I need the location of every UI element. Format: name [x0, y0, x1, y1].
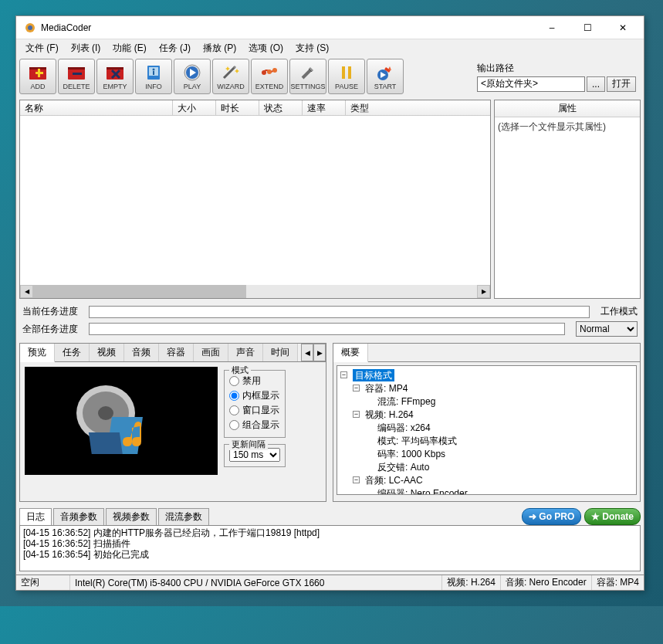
delete-button[interactable]: DELETE [58, 59, 95, 94]
status-hw: Intel(R) Core(TM) i5-8400 CPU / NVIDIA G… [70, 575, 442, 590]
work-mode-select[interactable]: Normal [576, 321, 638, 337]
open-button[interactable]: 打开 [607, 76, 636, 92]
window-title: MediaCoder [41, 22, 534, 33]
add-icon [28, 64, 48, 81]
tree-item[interactable]: 视频: H.264 [365, 409, 414, 420]
tab-task[interactable]: 任务 [55, 344, 90, 361]
tab-container[interactable]: 容器 [159, 344, 194, 361]
tree-item[interactable]: 编码器: Nero Encoder [377, 488, 468, 495]
pause-button[interactable]: PAUSE [328, 59, 365, 94]
file-list[interactable]: 名称 大小 时长 状态 速率 类型 ◀ ▶ [19, 100, 491, 299]
log-line: [04-15 16:36:54] 初始化已完成 [23, 549, 637, 560]
minimize-button[interactable]: – [534, 16, 570, 39]
scroll-thumb[interactable] [33, 285, 246, 298]
tree-collapse-icon[interactable]: − [353, 411, 360, 418]
play-button[interactable]: PLAY [174, 59, 211, 94]
tree-item[interactable]: 编码器: x264 [377, 422, 431, 433]
tree-collapse-icon[interactable]: − [340, 371, 347, 378]
tree-root[interactable]: 目标格式 [353, 369, 394, 381]
status-state: 空闲 [16, 575, 70, 590]
tree-item[interactable]: 音频: LC-AAC [365, 475, 423, 486]
work-mode-label: 工作模式 [600, 305, 638, 318]
tab-time[interactable]: 时间 [263, 344, 298, 361]
add-button[interactable]: ADD [19, 59, 56, 94]
tree-item[interactable]: 模式: 平均码率模式 [377, 436, 457, 446]
tab-audio-params[interactable]: 音频参数 [53, 508, 104, 525]
svg-point-13 [153, 69, 155, 71]
tree-collapse-icon[interactable]: − [353, 385, 360, 391]
tab-video-params[interactable]: 视频参数 [106, 508, 157, 525]
tab-sound[interactable]: 声音 [228, 344, 263, 361]
arrow-icon: ➜ [529, 511, 536, 522]
maximize-button[interactable]: ☐ [570, 16, 605, 39]
media-logo-icon [67, 378, 175, 463]
output-path-input[interactable] [477, 76, 585, 92]
output-path-label: 输出路径 [477, 62, 636, 75]
menu-task[interactable]: 任务 (J) [153, 40, 197, 56]
app-icon [24, 22, 36, 34]
menu-support[interactable]: 支持 (S) [289, 40, 335, 56]
col-rate[interactable]: 速率 [303, 100, 346, 115]
preview-image [25, 367, 218, 475]
close-button[interactable]: ✕ [605, 16, 641, 39]
empty-icon [105, 64, 125, 81]
svg-rect-21 [348, 66, 351, 79]
toolbar: ADD DELETE EMPTY INFO PLAY WIZARD EXTEND… [16, 56, 644, 97]
tab-next-icon[interactable]: ▶ [313, 344, 326, 361]
svg-rect-20 [342, 66, 345, 79]
svg-rect-8 [73, 73, 82, 75]
tab-audio[interactable]: 音频 [124, 344, 159, 361]
start-button[interactable]: START [367, 59, 404, 94]
wizard-button[interactable]: WIZARD [212, 59, 249, 94]
svg-rect-5 [38, 69, 40, 77]
browse-button[interactable]: ... [587, 76, 605, 92]
tree-item[interactable]: 混流: FFmpeg [377, 396, 435, 407]
tab-preview[interactable]: 预览 [20, 344, 55, 362]
mode-group: 模式 禁用 内框显示 窗口显示 组合显示 [224, 370, 286, 438]
tab-summary[interactable]: 概要 [333, 344, 368, 362]
tab-picture[interactable]: 画面 [194, 344, 228, 361]
tree-item[interactable]: 码率: 1000 Kbps [377, 449, 445, 459]
extend-button[interactable]: EXTEND [251, 59, 288, 94]
menu-file[interactable]: 文件 (F) [19, 40, 65, 56]
menu-list[interactable]: 列表 (I) [65, 40, 107, 56]
settings-icon [298, 64, 318, 81]
col-status[interactable]: 状态 [259, 100, 303, 115]
mode-window-radio[interactable] [229, 405, 239, 415]
col-duration[interactable]: 时长 [216, 100, 259, 115]
horizontal-scrollbar[interactable]: ◀ ▶ [20, 285, 490, 298]
mode-combo-radio[interactable] [229, 420, 239, 430]
tab-video[interactable]: 视频 [90, 344, 124, 361]
tree-item[interactable]: 反交错: Auto [377, 462, 429, 473]
col-name[interactable]: 名称 [20, 100, 173, 115]
menu-options[interactable]: 选项 (O) [242, 40, 289, 56]
log-box[interactable]: [04-15 16:36:52] 内建的HTTP服务器已经启动，工作于端口198… [19, 525, 641, 571]
play-icon [182, 64, 202, 81]
menu-function[interactable]: 功能 (E) [107, 40, 152, 56]
svg-rect-14 [153, 71, 154, 75]
col-type[interactable]: 类型 [346, 100, 490, 115]
info-button[interactable]: INFO [135, 59, 172, 94]
tree-collapse-icon[interactable]: − [353, 476, 360, 483]
current-progress-bar [89, 306, 590, 318]
mode-disable-radio[interactable] [229, 376, 239, 386]
tab-log[interactable]: 日志 [19, 508, 52, 525]
tab-mux-params[interactable]: 混流参数 [158, 508, 209, 525]
summary-tree[interactable]: −目标格式 −容器: MP4 混流: FFmpeg −视频: H.264 编码器… [337, 365, 637, 495]
gopro-button[interactable]: ➜Go PRO [522, 508, 581, 525]
donate-button[interactable]: ★Donate [584, 508, 641, 525]
star-icon: ★ [591, 511, 600, 522]
tree-item[interactable]: 容器: MP4 [365, 383, 408, 394]
tab-prev-icon[interactable]: ◀ [301, 344, 313, 361]
mode-inline-radio[interactable] [229, 391, 239, 401]
settings-button[interactable]: SETTINGS [289, 59, 326, 94]
statusbar: 空闲 Intel(R) Core(TM) i5-8400 CPU / NVIDI… [16, 575, 644, 590]
scroll-left-icon[interactable]: ◀ [20, 285, 33, 298]
right-tab-panel: 概要 −目标格式 −容器: MP4 混流: FFmpeg −视频: H.264 … [333, 343, 641, 502]
scroll-right-icon[interactable]: ▶ [477, 285, 490, 298]
empty-button[interactable]: EMPTY [96, 59, 134, 94]
menu-play[interactable]: 播放 (P) [197, 40, 242, 56]
properties-panel: 属性 (选择一个文件显示其属性) [494, 100, 641, 299]
col-size[interactable]: 大小 [173, 100, 216, 115]
pause-icon [337, 64, 357, 81]
